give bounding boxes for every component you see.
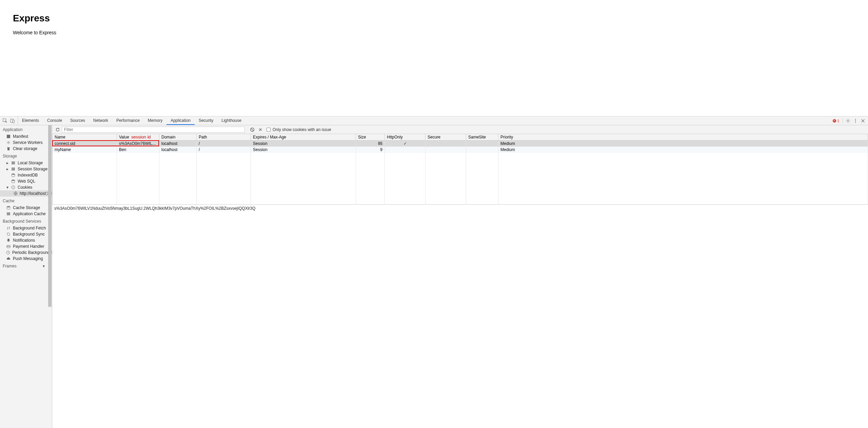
sidebar-frames-label: Frames (3, 264, 17, 268)
sidebar-item-indexeddb[interactable]: IndexedDB (0, 172, 52, 178)
cell-samesite (466, 147, 498, 153)
sidebar-item-payment-handler[interactable]: Payment Handler (0, 243, 52, 249)
svg-point-17 (12, 173, 15, 175)
cell-secure (426, 147, 466, 153)
sidebar-item-local-storage[interactable]: ▸ Local Storage (0, 160, 52, 166)
table-row[interactable]: myName Ben localhost / Session 9 Medium (53, 147, 868, 153)
delete-icon[interactable] (256, 125, 264, 134)
storage-icon (6, 211, 11, 216)
sidebar-item-manifest[interactable]: Manifest (0, 133, 52, 139)
col-samesite[interactable]: SameSite (466, 134, 498, 141)
tab-security[interactable]: Security (195, 116, 217, 125)
col-value[interactable]: Value (117, 134, 159, 141)
col-expires[interactable]: Expires / Max-Age (251, 134, 356, 141)
cell-value: s%3AsO0m76WILV1NduuZt… (117, 141, 159, 147)
tab-memory[interactable]: Memory (144, 116, 166, 125)
chevron-down-icon[interactable]: ▾ (42, 264, 45, 268)
cell-priority: Medium (498, 141, 868, 147)
storage-icon (11, 161, 16, 165)
svg-rect-13 (12, 164, 15, 164)
error-badge[interactable]: ✕ 1 (831, 119, 841, 123)
sidebar-label: Background Sync (13, 232, 45, 237)
col-domain[interactable]: Domain (159, 134, 197, 141)
sidebar-item-notifications[interactable]: Notifications (0, 237, 52, 243)
sidebar-item-clear-storage[interactable]: Clear storage (0, 146, 52, 152)
sidebar-item-background-sync[interactable]: Background Sync (0, 231, 52, 237)
webpage-content: Express Welcome to Express (0, 0, 868, 116)
sidebar-label: Application Cache (13, 211, 46, 216)
tab-performance[interactable]: Performance (112, 116, 144, 125)
sidebar-label: Web SQL (18, 179, 35, 184)
col-name[interactable]: Name (53, 134, 117, 141)
svg-rect-16 (12, 170, 15, 170)
sidebar-item-background-fetch[interactable]: Background Fetch (0, 225, 52, 231)
sidebar-item-session-storage[interactable]: ▸ Session Storage (0, 166, 52, 172)
svg-rect-27 (7, 215, 10, 215)
sidebar-item-cache-storage[interactable]: Cache Storage (0, 205, 52, 211)
tab-sources[interactable]: Sources (66, 116, 89, 125)
chevron-right-icon: ▸ (6, 161, 9, 165)
sidebar-item-application-cache[interactable]: Application Cache (0, 211, 52, 217)
tab-network[interactable]: Network (89, 116, 112, 125)
svg-rect-10 (7, 147, 10, 148)
col-httponly[interactable]: HttpOnly (385, 134, 426, 141)
cell-httponly (385, 147, 426, 153)
database-icon (11, 173, 16, 178)
globe-icon (14, 191, 18, 196)
cell-name: myName (53, 147, 117, 153)
svg-rect-25 (7, 212, 10, 213)
sidebar-item-cookies[interactable]: ▾ Cookies (0, 184, 52, 190)
col-secure[interactable]: Secure (426, 134, 466, 141)
svg-point-8 (8, 142, 9, 143)
refresh-icon[interactable] (54, 125, 62, 134)
svg-point-6 (855, 122, 856, 123)
page-title: Express (13, 13, 855, 24)
svg-rect-12 (12, 163, 15, 163)
svg-rect-26 (7, 213, 10, 214)
device-toggle-icon[interactable] (9, 116, 16, 125)
svg-rect-14 (12, 168, 15, 168)
table-row[interactable]: connect.sid s%3AsO0m76WILV1NduuZt… local… (53, 141, 868, 147)
cell-value: Ben (117, 147, 159, 153)
inspect-element-icon[interactable] (1, 116, 9, 125)
sidebar-item-push-messaging[interactable]: Push Messaging (0, 256, 52, 262)
sidebar-item-websql[interactable]: Web SQL (0, 178, 52, 184)
col-priority[interactable]: Priority (498, 134, 868, 141)
sidebar-label: Periodic Background Sync (12, 250, 52, 255)
cookies-main-area: Only show cookies with an issue Name Val… (52, 125, 868, 428)
tab-lighthouse[interactable]: Lighthouse (217, 116, 245, 125)
sidebar-label: Push Messaging (13, 256, 43, 261)
sidebar-item-cookies-origin[interactable]: http://localhost:3000 (0, 190, 52, 197)
trash-icon (6, 146, 11, 151)
tab-console[interactable]: Console (43, 116, 66, 125)
close-devtools-icon[interactable] (859, 116, 867, 125)
filter-input[interactable] (62, 127, 245, 133)
sidebar-label: http://localhost:3000 (20, 191, 52, 196)
application-sidebar[interactable]: Application Manifest Service Workers Cle… (0, 125, 52, 428)
sidebar-label: Payment Handler (13, 244, 44, 249)
svg-rect-11 (12, 162, 15, 162)
col-size[interactable]: Size (356, 134, 385, 141)
cell-path: / (197, 147, 251, 153)
more-icon[interactable] (852, 116, 859, 125)
cell-name: connect.sid (53, 141, 117, 147)
sidebar-item-service-workers[interactable]: Service Workers (0, 139, 52, 146)
col-path[interactable]: Path (197, 134, 251, 141)
page-welcome: Welcome to Express (13, 30, 855, 35)
sync-icon (6, 232, 11, 237)
sidebar-item-periodic-sync[interactable]: Periodic Background Sync (0, 249, 52, 256)
sidebar-label: Manifest (13, 134, 28, 139)
sidebar-section-bgservices: Background Services (0, 217, 52, 225)
svg-rect-9 (7, 148, 9, 150)
svg-point-24 (7, 206, 10, 207)
bell-icon (6, 238, 11, 243)
cell-path: / (197, 141, 251, 147)
sidebar-scrollbar[interactable] (48, 125, 52, 307)
clear-all-icon[interactable] (248, 125, 256, 134)
tab-elements[interactable]: Elements (18, 116, 43, 125)
tab-application[interactable]: Application (166, 116, 195, 125)
issues-checkbox[interactable] (267, 128, 271, 132)
devtools-tabbar: Elements Console Sources Network Perform… (0, 116, 868, 125)
svg-point-21 (13, 186, 14, 187)
settings-icon[interactable] (844, 116, 852, 125)
